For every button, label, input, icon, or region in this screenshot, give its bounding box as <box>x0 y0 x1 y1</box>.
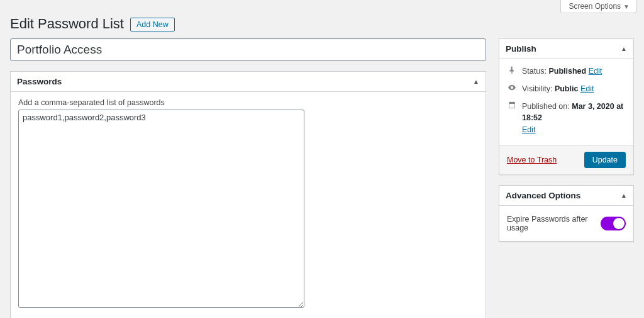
expire-passwords-toggle[interactable] <box>601 217 626 230</box>
caret-up-icon: ▲ <box>621 192 627 199</box>
publish-panel-header[interactable]: Publish ▲ <box>499 39 633 59</box>
screen-options-label: Screen Options <box>569 2 621 11</box>
add-new-button[interactable]: Add New <box>130 18 175 31</box>
caret-up-icon: ▲ <box>473 78 479 85</box>
advanced-options-title: Advanced Options <box>506 191 580 200</box>
status-text: Status: Published Edit <box>522 65 626 77</box>
publish-panel-title: Publish <box>506 44 536 54</box>
title-input[interactable] <box>10 38 486 61</box>
passwords-field-label: Add a comma-separated list of passwords <box>18 98 478 107</box>
passwords-panel: Passwords ▲ Add a comma-separated list o… <box>10 71 486 318</box>
page-title: Edit Password List <box>10 16 124 32</box>
published-on-text: Published on: Mar 3, 2020 at 18:52 Edit <box>522 101 626 136</box>
expire-passwords-label: Expire Passwords after usage <box>507 215 601 232</box>
advanced-options-header[interactable]: Advanced Options ▲ <box>499 186 633 206</box>
caret-up-icon: ▲ <box>621 45 627 52</box>
passwords-panel-title: Passwords <box>17 77 62 86</box>
pin-icon <box>507 65 517 78</box>
update-button[interactable]: Update <box>584 152 626 168</box>
publish-panel: Publish ▲ Status: Published Edit <box>499 38 634 175</box>
edit-status-link[interactable]: Edit <box>589 67 602 76</box>
calendar-icon <box>507 101 517 113</box>
advanced-options-panel: Advanced Options ▲ Expire Passwords afte… <box>499 185 634 242</box>
move-to-trash-link[interactable]: Move to Trash <box>507 156 557 164</box>
passwords-panel-header[interactable]: Passwords ▲ <box>11 72 486 92</box>
screen-options-toggle[interactable]: Screen Options ▼ <box>560 0 636 13</box>
visibility-text: Visibility: Public Edit <box>522 83 626 95</box>
edit-visibility-link[interactable]: Edit <box>580 84 594 93</box>
eye-icon <box>507 83 517 96</box>
chevron-down-icon: ▼ <box>623 3 630 10</box>
passwords-textarea[interactable] <box>18 110 304 308</box>
toggle-knob <box>613 218 625 229</box>
edit-date-link[interactable]: Edit <box>522 125 536 134</box>
